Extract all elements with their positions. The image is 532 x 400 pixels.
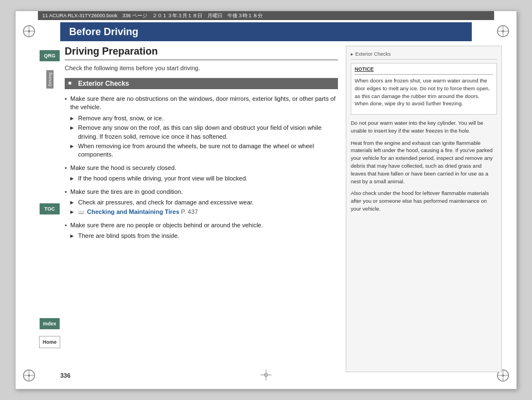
sub-list-item: If the hood opens while driving, your fr… (70, 174, 338, 183)
corner-decoration-bl (21, 368, 37, 383)
page-wrapper: 11 ACURA RLX-31TY26000.book 336 ページ ２０１３… (0, 0, 532, 400)
sub-list-item: There are blind spots from the inside. (70, 232, 338, 240)
svg-point-11 (28, 374, 30, 377)
sidebar-btn-qrg[interactable]: QRG (40, 50, 60, 61)
sub-list: If the hood opens while driving, your fr… (70, 174, 338, 183)
list-item: Make sure there are no obstructions on t… (65, 95, 338, 159)
link-checking-maintaining[interactable]: Checking and Maintaining (87, 208, 163, 215)
subsection-header: Exterior Checks (65, 78, 338, 89)
sub-list-item: Remove any snow on the roof, as this can… (70, 124, 338, 141)
corner-decoration-tl (21, 23, 37, 39)
sidebar-btn-toc[interactable]: TOC (40, 203, 60, 214)
right-panel-para3: Also check under the hood for leftover f… (351, 189, 497, 212)
sidebar-btn-home[interactable]: Home (39, 336, 60, 348)
sidebar-driving-label: Driving (46, 70, 54, 89)
notice-label: NOTICE (355, 66, 493, 75)
book-icon: 📖 (78, 209, 84, 215)
sub-list: Remove any frost, snow, or ice. Remove a… (70, 114, 338, 159)
bullet-text: Make sure the hood is securely closed. (70, 164, 176, 171)
page-number: 336 (60, 372, 70, 379)
sub-list: Check air pressures, and check for damag… (70, 198, 338, 217)
main-content: Driving Preparation Check the following … (65, 46, 338, 372)
header-file-info: 11 ACURA RLX-31TY26000.book 336 ページ ２０１３… (42, 12, 263, 19)
section-title: Driving Preparation (65, 46, 338, 60)
title-bar-text: Before Driving (69, 26, 138, 38)
list-item: Make sure the hood is securely closed. I… (65, 164, 338, 183)
bullet-text: Make sure there are no people or objects… (70, 222, 263, 228)
title-bar: Before Driving (60, 22, 472, 41)
sub-list-item: Check air pressures, and check for damag… (70, 198, 338, 207)
sub-list-item: When removing ice from around the wheels… (70, 142, 338, 159)
bullet-text: Make sure there are no obstructions on t… (70, 95, 336, 110)
bullet-list: Make sure there are no obstructions on t… (65, 95, 338, 240)
sidebar-btn-index[interactable]: Index (40, 318, 60, 329)
sub-list-item-link: 📖 Checking and Maintaining Tires P. 437 (70, 208, 338, 216)
corner-decoration-tr (495, 23, 511, 39)
right-panel-para2: Heat from the engine and exhaust can ign… (351, 139, 497, 186)
link-ref: P. 437 (181, 208, 198, 215)
intro-text: Check the following items before you sta… (65, 65, 338, 71)
right-panel-title: Exterior Checks (351, 51, 497, 60)
link-tires[interactable]: Tires (165, 208, 179, 215)
right-panel: Exterior Checks NOTICE When doors are fr… (346, 46, 502, 372)
notice-text: When doors are frozen shut, use warm wat… (355, 77, 493, 108)
list-item: Make sure there are no people or objects… (65, 221, 338, 241)
bullet-text: Make sure the tires are in good conditio… (70, 188, 183, 195)
svg-point-15 (502, 374, 504, 377)
header-bar: 11 ACURA RLX-31TY26000.book 336 ページ ２０１３… (38, 11, 494, 20)
list-item: Make sure the tires are in good conditio… (65, 188, 338, 217)
notice-box: NOTICE When doors are frozen shut, use w… (351, 63, 497, 115)
svg-point-7 (502, 30, 504, 32)
right-panel-para1: Do not pour warm water into the key cyli… (351, 119, 497, 135)
sub-list: There are blind spots from the inside. (70, 232, 338, 240)
page: 11 ACURA RLX-31TY26000.book 336 ページ ２０１３… (15, 11, 517, 389)
sub-list-item: Remove any frost, snow, or ice. (70, 114, 338, 123)
svg-point-3 (28, 30, 30, 32)
crosshair-bottom-icon (259, 368, 273, 383)
left-sidebar: QRG Driving TOC Index Home (38, 45, 61, 368)
